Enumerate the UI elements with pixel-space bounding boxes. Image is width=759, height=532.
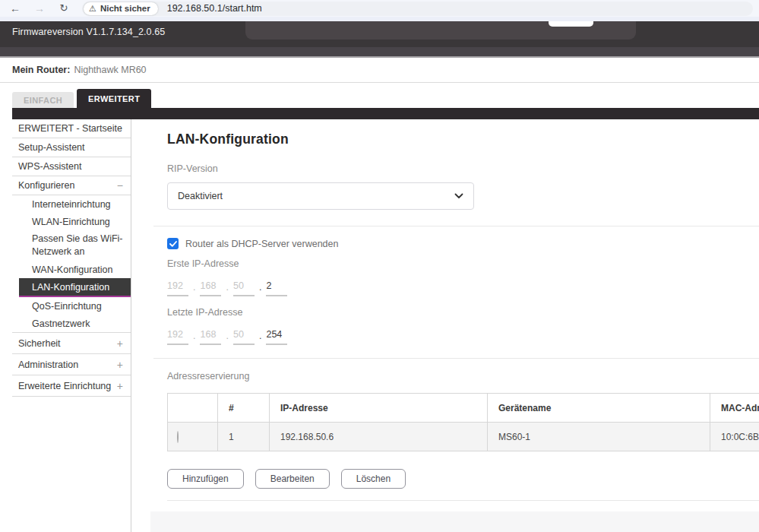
ip-dot: .: [193, 331, 195, 345]
column-header-select: [168, 394, 218, 423]
collapse-icon[interactable]: −: [117, 180, 123, 191]
ip-dot: .: [226, 282, 228, 296]
sidebar-item-label: QoS-Einrichtung: [32, 301, 102, 312]
sidebar-item-konfigurieren[interactable]: Konfigurieren −: [12, 176, 131, 195]
table-header-row: # IP-Adresse Gerätename MAC-Adresse: [168, 394, 759, 423]
chevron-down-icon: [454, 193, 463, 199]
rip-version-select[interactable]: Deaktiviert: [167, 182, 474, 210]
reload-icon[interactable]: ↻: [56, 1, 71, 16]
column-header-mac: MAC-Adresse: [710, 394, 759, 423]
table-row: 1 192.168.50.6 MS60-1 10:0C:6B:40: [168, 423, 759, 451]
sidebar-item-label: Erweiterte Einrichtung: [18, 381, 111, 391]
sidebar-item-sicherheit[interactable]: Sicherheit +: [12, 333, 131, 354]
dhcp-server-checkbox[interactable]: [167, 238, 179, 249]
sidebar-item-label: Konfigurieren: [18, 180, 74, 191]
security-chip-label: Nicht sicher: [100, 4, 150, 13]
section-divider: [153, 358, 759, 359]
cell-num: 1: [218, 423, 270, 451]
address-reservation-label: Adressreservierung: [167, 371, 759, 382]
cell-mac: 10:0C:6B:40: [710, 423, 759, 451]
first-ip-octet-3: 50: [233, 280, 255, 296]
page-title: LAN-Konfiguration: [167, 131, 759, 147]
router-info-line: Mein Router: Nighthawk MR60: [0, 58, 759, 83]
address-bar[interactable]: ⚠ Nicht sicher 192.168.50.1/start.htm: [82, 2, 753, 16]
last-ip-fields: 192 . 168 . 50 . 254: [167, 329, 759, 345]
section-divider: [167, 500, 759, 501]
sidebar-item-label: Gastnetzwerk: [32, 318, 90, 329]
sidebar-item-label: Passen Sie das WiFi-Netzwerk an: [32, 233, 122, 257]
site-header: Firmwareversion V1.1.7.134_2.0.65: [0, 21, 759, 58]
header-notch: [549, 21, 593, 27]
ip-dot: .: [193, 282, 195, 296]
add-button[interactable]: Hinzufügen: [167, 469, 244, 489]
table-actions: Hinzufügen Bearbeiten Löschen: [167, 469, 759, 489]
first-ip-octet-4[interactable]: 2: [266, 280, 287, 296]
first-ip-label: Erste IP-Adresse: [167, 258, 759, 269]
expand-icon[interactable]: +: [117, 381, 123, 391]
row-radio-button[interactable]: [177, 431, 179, 443]
delete-button[interactable]: Löschen: [341, 469, 406, 489]
app-window: ← → ↻ ⚠ Nicht sicher 192.168.50.1/start.…: [0, 0, 759, 532]
sidebar-item-setup-assistent[interactable]: Setup-Assistent: [12, 138, 131, 157]
sidebar-item-qos-einrichtung[interactable]: QoS-Einrichtung: [0, 297, 131, 315]
address-reservation-table: # IP-Adresse Gerätename MAC-Adresse 1 19…: [167, 393, 759, 451]
cell-ip: 192.168.50.6: [270, 423, 488, 451]
security-chip[interactable]: ⚠ Nicht sicher: [84, 2, 158, 15]
sidebar-item-label: LAN-Konfiguration: [32, 282, 109, 293]
dhcp-server-row: Router als DHCP-Server verwenden: [167, 238, 759, 249]
sidebar-item-interneteinrichtung[interactable]: Interneteinrichtung: [0, 195, 131, 213]
sidebar-item-label: WAN-Konfiguration: [32, 264, 113, 275]
sidebar-item-wan-konfiguration[interactable]: WAN-Konfiguration: [0, 261, 131, 278]
sidebar-item-wlan-einrichtung[interactable]: WLAN-Einrichtung: [0, 213, 131, 230]
check-icon: [169, 241, 177, 247]
ip-dot: .: [226, 331, 228, 345]
ip-dot: .: [259, 282, 261, 296]
column-header-num: #: [218, 394, 270, 423]
sidebar-item-label: ERWEITERT - Startseite: [18, 123, 122, 134]
router-name: Nighthawk MR60: [74, 65, 146, 75]
sidebar-item-label: Interneteinrichtung: [32, 199, 111, 210]
sidebar-item-wps-assistent[interactable]: WPS-Assistent: [12, 157, 131, 176]
sidebar-item-wifi-netzwerk-anpassen[interactable]: Passen Sie das WiFi-Netzwerk an: [0, 230, 131, 261]
footer-band: [150, 511, 759, 532]
column-header-ip: IP-Adresse: [270, 394, 488, 423]
tab-einfach[interactable]: EINFACH: [12, 92, 74, 108]
sidebar-item-label: Setup-Assistent: [18, 142, 85, 153]
sidebar-item-label: WPS-Assistent: [18, 161, 81, 172]
first-ip-octet-1: 192: [167, 280, 188, 296]
sidebar-item-label: Administration: [18, 359, 78, 370]
cell-device: MS60-1: [488, 423, 710, 451]
first-ip-octet-2: 168: [200, 280, 221, 296]
sidebar-nav: ERWEITERT - Startseite Setup-Assistent W…: [0, 119, 131, 532]
tabs-underbar: [12, 108, 759, 119]
expand-icon[interactable]: +: [117, 359, 123, 370]
last-ip-octet-2: 168: [200, 329, 221, 345]
sidebar-item-label: WLAN-Einrichtung: [32, 217, 110, 227]
sidebar-item-gastnetzwerk[interactable]: Gastnetzwerk: [0, 315, 131, 332]
first-ip-fields: 192 . 168 . 50 . 2: [167, 280, 759, 296]
mode-tabs: EINFACH ERWEITERT: [0, 83, 759, 108]
header-secondary-bar: [0, 47, 759, 56]
expand-icon[interactable]: +: [117, 338, 123, 349]
sidebar-item-label: Sicherheit: [18, 338, 61, 349]
column-header-device: Gerätename: [488, 394, 710, 423]
edit-button[interactable]: Bearbeiten: [255, 469, 330, 489]
tab-erweitert[interactable]: ERWEITERT: [77, 89, 151, 108]
main-content: LAN-Konfiguration RIP-Version Deaktivier…: [131, 119, 759, 532]
dhcp-server-checkbox-label: Router als DHCP-Server verwenden: [185, 239, 338, 249]
firmware-version-text: Firmwareversion V1.1.7.134_2.0.65: [12, 27, 165, 37]
last-ip-octet-3: 50: [233, 329, 255, 345]
sidebar-item-erweiterte-einrichtung[interactable]: Erweiterte Einrichtung +: [12, 375, 131, 397]
browser-toolbar: ← → ↻ ⚠ Nicht sicher 192.168.50.1/start.…: [0, 0, 759, 17]
router-label: Mein Router:: [12, 65, 70, 75]
sidebar-item-erweitert-startseite[interactable]: ERWEITERT - Startseite: [12, 119, 131, 138]
forward-icon: →: [32, 1, 47, 16]
back-icon[interactable]: ←: [8, 1, 23, 16]
last-ip-label: Letzte IP-Adresse: [167, 307, 759, 318]
warning-triangle-icon: ⚠: [89, 5, 96, 13]
sidebar-item-lan-konfiguration[interactable]: LAN-Konfiguration: [19, 278, 131, 297]
last-ip-octet-4[interactable]: 254: [266, 329, 287, 345]
url-text[interactable]: 192.168.50.1/start.htm: [167, 3, 262, 14]
sidebar-item-administration[interactable]: Administration +: [12, 354, 131, 375]
rip-version-value: Deaktiviert: [178, 191, 223, 201]
